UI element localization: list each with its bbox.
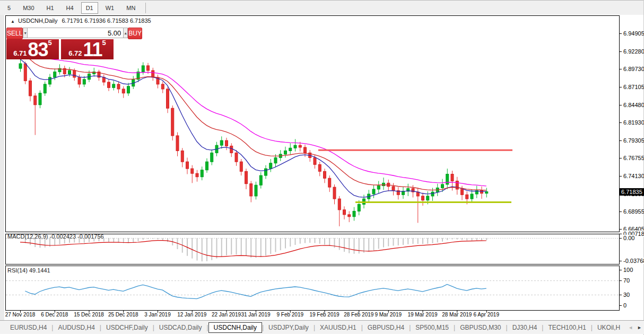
tab-scroll-left-icon[interactable]: ◄ xyxy=(628,325,633,330)
buy-button[interactable]: BUY xyxy=(128,28,142,39)
date-axis-label: 15 Dec 2018 xyxy=(74,312,104,318)
collapse-triangle-icon[interactable]: ▲ xyxy=(11,19,15,24)
tab-sp500-m15[interactable]: SP500,M15 xyxy=(411,322,454,333)
tab-usdchf-daily[interactable]: USDCHF,Daily xyxy=(101,322,153,333)
tab-usdjpy-daily[interactable]: USDJPY,Daily xyxy=(264,322,314,333)
tab-xauusd-h1[interactable]: XAUUSD,H1 xyxy=(315,322,361,333)
tab-audusd-h4[interactable]: AUDUSD,H4 xyxy=(53,322,99,333)
price-axis-label: 6.87105 xyxy=(623,84,644,90)
date-axis-label: 25 Dec 2018 xyxy=(108,312,138,318)
macd-axis-label: 0.00 xyxy=(623,235,634,241)
sell-price-prefix: 6.71 xyxy=(13,49,27,58)
chart-title-bar: ▲USDCNH,Daily6.71791 6.71936 6.71583 6.7… xyxy=(11,17,151,24)
date-axis-label: 3 Jan 2019 xyxy=(144,312,171,318)
macd-axis-label: -0.037688 xyxy=(623,258,644,264)
rsi-axis-label: 30 xyxy=(623,292,630,298)
tab-ukoil-h[interactable]: UKOil,H xyxy=(593,322,625,333)
date-axis-label: 9 Mar 2019 xyxy=(375,312,402,318)
chart-symbol-title: USDCNH,Daily xyxy=(18,17,58,24)
date-axis-label: 28 Mar 2019 xyxy=(442,312,472,318)
date-axis-label: 28 Feb 2019 xyxy=(344,312,373,318)
price-axis-label: 6.79305 xyxy=(623,137,644,144)
tab-scroll-arrows: ◄ ► xyxy=(628,321,642,334)
sell-price-big: 83 xyxy=(28,42,48,58)
price-axis-label: 6.84480 xyxy=(623,102,644,108)
current-price-badge: 6.71835 xyxy=(620,188,644,196)
date-axis-label: 19 Feb 2019 xyxy=(309,312,339,318)
tab-gbpusd-m30[interactable]: GBPUSD,M30 xyxy=(455,322,506,333)
date-axis-label: 6 Dec 2018 xyxy=(41,312,68,318)
price-axis-label: 6.68955 xyxy=(623,208,644,215)
tab-usdcad-daily[interactable]: USDCAD,Daily xyxy=(154,322,207,333)
price-axis-label: 6.74130 xyxy=(623,173,644,179)
trade-controls-row: SELL ▼ ▲ BUY xyxy=(6,28,115,38)
one-click-trade-panel: SELL ▼ ▲ BUY 6.71 83 5 6.72 11 5 xyxy=(6,28,115,59)
rsi-axis-label: 0 xyxy=(623,302,626,308)
price-axis-label: 6.76755 xyxy=(623,155,644,161)
macd-label: MACD(12,26,9) -0.002423 -0.001756 xyxy=(7,233,104,240)
date-axis-label: 12 Jan 2019 xyxy=(177,312,206,318)
sell-quote-box[interactable]: 6.71 83 5 xyxy=(6,39,59,59)
rsi-axis-label: 100 xyxy=(623,267,633,273)
tab-gbpusd-h4[interactable]: GBPUSD,H4 xyxy=(363,322,409,333)
date-axis-label: 27 Nov 2018 xyxy=(5,312,36,318)
sell-price-sup: 5 xyxy=(48,40,52,46)
price-axis-label: 6.94905 xyxy=(623,30,644,37)
tab-eurusd-h4[interactable]: EURUSD,H4 xyxy=(5,322,51,333)
date-axis-label: 31 Jan 2019 xyxy=(241,312,270,318)
volume-increase-button[interactable]: ▲ xyxy=(123,28,128,38)
price-axis-label: 6.92280 xyxy=(623,48,644,55)
buy-price-big: 11 xyxy=(83,42,102,58)
chart-tab-bar: EURUSD,H4|AUDUSD,H4|USDCHF,Daily|USDCAD,… xyxy=(0,320,644,334)
date-axis-label: 9 Feb 2019 xyxy=(276,312,303,318)
trade-quotes-row: 6.71 83 5 6.72 11 5 xyxy=(6,39,115,59)
sell-button[interactable]: SELL xyxy=(6,28,23,39)
tab-dj30-h4[interactable]: DJ30,H4 xyxy=(508,322,542,333)
tab-scroll-right-icon[interactable]: ► xyxy=(637,325,642,330)
volume-input[interactable] xyxy=(28,28,123,38)
mt4-window: 5M30H1H4D1W1MN ▲USDCNH,Daily6.71791 6.71… xyxy=(0,0,644,335)
tab-tech100-h1[interactable]: TECH100,H1 xyxy=(543,322,590,333)
buy-quote-box[interactable]: 6.72 11 5 xyxy=(61,39,114,59)
date-axis-label: 22 Jan 2019 xyxy=(212,312,241,318)
rsi-axis-label: 70 xyxy=(623,277,630,284)
price-axis-label: 6.89730 xyxy=(623,66,644,72)
chart-ohlc-values: 6.71791 6.71936 6.71583 6.71835 xyxy=(62,17,151,24)
date-axis-label: 19 Mar 2019 xyxy=(407,312,437,318)
volume-decrease-button[interactable]: ▼ xyxy=(23,28,28,38)
buy-price-sup: 5 xyxy=(102,40,106,46)
price-axis-label: 6.81930 xyxy=(623,119,644,126)
tab-usdcnh-daily[interactable]: USDCNH,Daily xyxy=(208,322,262,333)
rsi-label: RSI(14) 49.1441 xyxy=(7,267,50,274)
date-axis-label: 6 Apr 2019 xyxy=(474,312,499,318)
buy-price-prefix: 6.72 xyxy=(68,49,82,58)
